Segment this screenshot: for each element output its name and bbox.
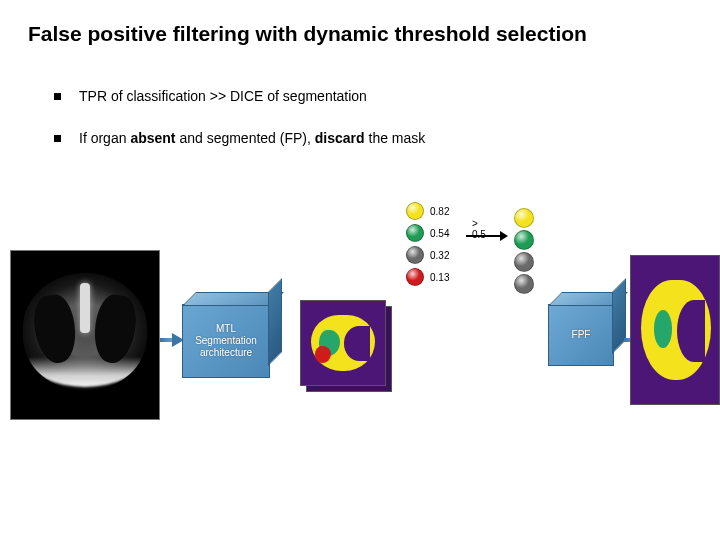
- mtl-label: MTL Segmentation architecture: [187, 323, 265, 359]
- segmentation-mask: [311, 315, 375, 371]
- filtered-dot-icon: [514, 274, 534, 294]
- bullet-2-bold-absent: absent: [130, 130, 175, 146]
- fpf-block: FPF: [548, 304, 614, 366]
- score-value: 0.82: [430, 206, 449, 217]
- segmentation-output-tile: [300, 300, 386, 386]
- classification-scores: 0.820.540.320.13: [406, 200, 456, 288]
- diagram-area: MTL Segmentation architecture 0.820.540.…: [10, 200, 710, 520]
- bullet-marker: [54, 93, 61, 100]
- ct-scan-image: [10, 250, 160, 420]
- bullet-2: If organ absent and segmented (FP), disc…: [54, 130, 425, 146]
- filtered-dot-icon: [514, 252, 534, 272]
- score-dot-icon: [406, 268, 424, 286]
- score-dot-icon: [406, 224, 424, 242]
- fpf-label: FPF: [572, 329, 591, 341]
- bullet-2-bold-discard: discard: [315, 130, 365, 146]
- bullet-1: TPR of classification >> DICE of segment…: [54, 88, 367, 104]
- ct-body-outline: [23, 273, 147, 391]
- bullet-1-text: TPR of classification >> DICE of segment…: [79, 88, 367, 104]
- filtered-dot-icon: [514, 230, 534, 250]
- mtl-architecture-block: MTL Segmentation architecture: [182, 304, 270, 378]
- bullet-2-frag: the mask: [365, 130, 426, 146]
- bullet-2-text: If organ absent and segmented (FP), disc…: [79, 130, 425, 146]
- score-row: 0.13: [406, 266, 456, 288]
- filtered-mask: [641, 280, 711, 380]
- score-value: 0.32: [430, 250, 449, 261]
- bullet-2-frag: and segmented (FP),: [176, 130, 315, 146]
- score-row: 0.82: [406, 200, 456, 222]
- bullet-2-frag: If organ: [79, 130, 130, 146]
- score-row: 0.32: [406, 244, 456, 266]
- threshold-label: > 0.5: [472, 218, 486, 240]
- page-title: False positive filtering with dynamic th…: [28, 22, 587, 46]
- ct-lung-right: [90, 293, 139, 366]
- score-value: 0.13: [430, 272, 449, 283]
- ct-lung-left: [30, 293, 79, 366]
- filtered-dot-icon: [514, 208, 534, 228]
- flow-arrow-icon: [160, 335, 184, 345]
- score-dot-icon: [406, 246, 424, 264]
- filtered-segmentation-tile: [630, 255, 720, 405]
- bullet-marker: [54, 135, 61, 142]
- score-dot-icon: [406, 202, 424, 220]
- score-row: 0.54: [406, 222, 456, 244]
- filtered-scores-stack: [514, 208, 538, 296]
- score-value: 0.54: [430, 228, 449, 239]
